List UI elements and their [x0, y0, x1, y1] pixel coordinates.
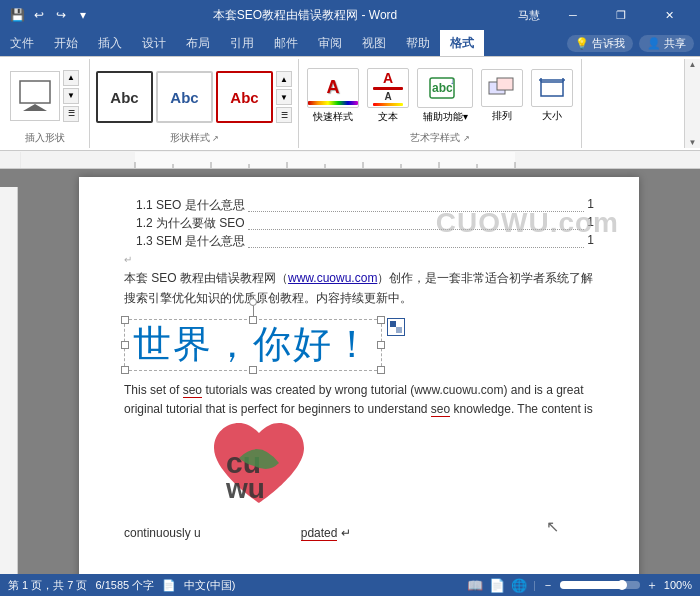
tell-me-button[interactable]: 💡告诉我 [567, 35, 633, 52]
art-style-expand[interactable]: ↗ [463, 134, 470, 143]
menu-view[interactable]: 视图 [352, 30, 396, 56]
menu-design[interactable]: 设计 [132, 30, 176, 56]
shape-style-2[interactable]: Abc [156, 71, 213, 123]
shape-down-button[interactable]: ▼ [63, 88, 79, 104]
document-area: CUOWU.com 1.1 SEO 是什么意思 1 1.2 为什么要做 SEO … [0, 151, 700, 574]
rotate-handle-line [253, 306, 254, 316]
page-view-button[interactable]: 📄 [489, 578, 505, 593]
minimize-button[interactable]: ─ [550, 0, 596, 30]
toc-item-3: 1.3 SEM 是什么意思 1 [124, 233, 594, 250]
vertical-ruler [0, 187, 18, 574]
zoom-level[interactable]: 100% [664, 579, 692, 591]
art-style-label: 艺术字样式 ↗ [303, 130, 577, 146]
toc-item-1: 1.1 SEO 是什么意思 1 [124, 197, 594, 214]
page-count[interactable]: 第 1 页，共 7 页 [8, 578, 87, 593]
svg-rect-7 [541, 82, 563, 96]
document-page: CUOWU.com 1.1 SEO 是什么意思 1 1.2 为什么要做 SEO … [79, 177, 639, 574]
status-bar: 第 1 页，共 7 页 6/1585 个字 📄 中文(中国) 📖 📄 🌐 | －… [0, 574, 700, 596]
menu-help[interactable]: 帮助 [396, 30, 440, 56]
wordart-container[interactable]: 世界，你好！ [124, 319, 382, 371]
user-name[interactable]: 马慧 [518, 8, 540, 23]
zoom-slider[interactable] [560, 581, 640, 589]
heart-image-container: cu wu [204, 418, 324, 518]
close-button[interactable]: ✕ [646, 0, 692, 30]
svg-rect-25 [396, 327, 402, 333]
menu-review[interactable]: 审阅 [308, 30, 352, 56]
rotate-handle[interactable] [249, 298, 257, 306]
shape-style-label: 形状样式 ↗ [94, 130, 294, 146]
ribbon-scroll-up[interactable]: ▲ [689, 60, 697, 69]
redo-button[interactable]: ↪ [52, 6, 70, 24]
wordart-text: 世界，你好！ [133, 324, 373, 366]
shape-style-expand[interactable]: ↗ [212, 134, 219, 143]
ribbon: ▲ ▼ ☰ 插入形状 Abc Abc Abc ▲ ▼ ☰ [0, 56, 700, 151]
svg-rect-0 [20, 81, 50, 103]
restore-button[interactable]: ❐ [598, 0, 644, 30]
zoom-in-button[interactable]: ＋ [646, 577, 658, 594]
shape-more-button[interactable]: ☰ [63, 106, 79, 122]
quick-style-button[interactable]: A 快速样式 [305, 66, 361, 126]
style-scroll-up[interactable]: ▲ [276, 71, 292, 87]
ribbon-content: ▲ ▼ ☰ 插入形状 Abc Abc Abc ▲ ▼ ☰ [0, 56, 700, 150]
arrange-button[interactable]: 排列 [479, 67, 525, 125]
art-style-content: A 快速样式 A A 文本 [303, 61, 577, 130]
svg-text:wu: wu [225, 473, 265, 504]
style-scroll-controls: ▲ ▼ ☰ [276, 71, 292, 123]
undo-button[interactable]: ↩ [30, 6, 48, 24]
menu-home[interactable]: 开始 [44, 30, 88, 56]
update-line: continuously updated ↵ [124, 526, 594, 540]
ribbon-scroll-down[interactable]: ▼ [689, 138, 697, 147]
menu-mail[interactable]: 邮件 [264, 30, 308, 56]
style-more[interactable]: ☰ [276, 107, 292, 123]
ribbon-scrollbar[interactable]: ▲ ▼ [684, 59, 700, 148]
intro-paragraph: 本套 SEO 教程由错误教程网（www.cuowu.com）创作，是一套非常适合… [124, 268, 594, 309]
svg-rect-24 [390, 321, 396, 327]
web-view-button[interactable]: 🌐 [511, 578, 527, 593]
quick-access-toolbar: 💾 ↩ ↪ ▾ [8, 6, 92, 24]
shape-style-1[interactable]: Abc [96, 71, 153, 123]
menu-file[interactable]: 文件 [0, 30, 44, 56]
zoom-out-button[interactable]: － [542, 577, 554, 594]
document-content[interactable]: CUOWU.com 1.1 SEO 是什么意思 1 1.2 为什么要做 SEO … [18, 169, 700, 574]
handle-br[interactable] [377, 366, 385, 374]
save-button[interactable]: 💾 [8, 6, 26, 24]
menu-format[interactable]: 格式 [440, 30, 484, 56]
assist-function-button[interactable]: abc ↓ 辅助功能▾ [415, 66, 475, 126]
handle-tl[interactable] [121, 316, 129, 324]
handle-bl[interactable] [121, 366, 129, 374]
window-title: 本套SEO教程由错误教程网 - Word [92, 7, 518, 24]
read-view-button[interactable]: 📖 [467, 578, 483, 593]
intro-link[interactable]: www.cuowu.com [288, 271, 377, 285]
share-button[interactable]: 👤共享 [639, 35, 694, 52]
menu-insert[interactable]: 插入 [88, 30, 132, 56]
language[interactable]: 中文(中国) [184, 578, 235, 593]
size-button[interactable]: 大小 [529, 67, 575, 125]
shape-up-button[interactable]: ▲ [63, 70, 79, 86]
style-scroll-down[interactable]: ▼ [276, 89, 292, 105]
handle-tr[interactable] [377, 316, 385, 324]
handle-mr[interactable] [377, 341, 385, 349]
handle-bc[interactable] [249, 366, 257, 374]
zoom-thumb[interactable] [617, 580, 627, 590]
shape-icon[interactable] [10, 71, 60, 121]
heart-shape: cu wu [204, 418, 314, 513]
customize-qa-button[interactable]: ▾ [74, 6, 92, 24]
handle-tc[interactable] [249, 316, 257, 324]
shape-style-3[interactable]: Abc [216, 71, 273, 123]
menu-bar: 文件 开始 插入 设计 布局 引用 邮件 审阅 视图 帮助 格式 💡告诉我 👤共… [0, 30, 700, 56]
title-bar: 💾 ↩ ↪ ▾ 本套SEO教程由错误教程网 - Word 马慧 ─ ❐ ✕ [0, 0, 700, 30]
insert-shape-group: ▲ ▼ ☰ 插入形状 [0, 59, 90, 148]
handle-ml[interactable] [121, 341, 129, 349]
status-right: 📖 📄 🌐 | － ＋ 100% [467, 577, 692, 594]
shape-style-group: Abc Abc Abc ▲ ▼ ☰ 形状样式 ↗ [90, 59, 299, 148]
text-style-button[interactable]: A A 文本 [365, 66, 411, 126]
shape-style-content: Abc Abc Abc ▲ ▼ ☰ [94, 61, 294, 130]
layout-options-icon[interactable] [387, 318, 405, 336]
word-count-icon[interactable]: 📄 [162, 579, 176, 592]
word-count[interactable]: 6/1585 个字 [95, 578, 154, 593]
window-controls: 马慧 ─ ❐ ✕ [518, 0, 692, 30]
paragraph-marker: ↵ [124, 254, 594, 265]
menu-layout[interactable]: 布局 [176, 30, 220, 56]
status-sep: | [533, 579, 536, 591]
menu-references[interactable]: 引用 [220, 30, 264, 56]
